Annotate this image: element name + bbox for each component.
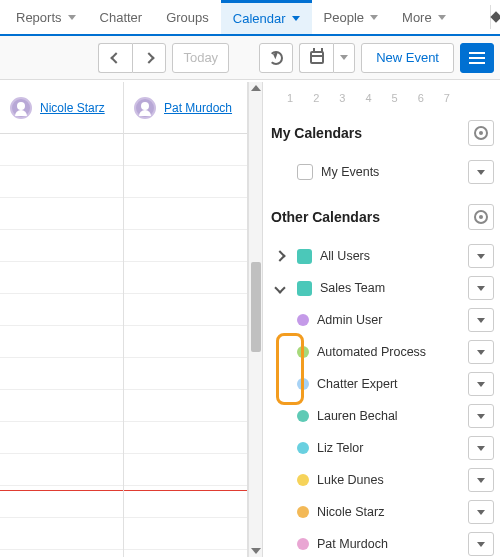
chevron-down-icon xyxy=(438,15,446,20)
column-owner-link[interactable]: Pat Murdoch xyxy=(164,101,232,115)
member-menu[interactable] xyxy=(468,340,494,364)
my-calendars-heading: My Calendars xyxy=(271,125,362,141)
calendar-member-row: Luke Dunes xyxy=(271,464,494,496)
color-dot xyxy=(297,442,309,454)
calendars-panel: 1234567 My Calendars My Events Other Cal… xyxy=(263,82,500,557)
calendar-member-row: Nicole Starz xyxy=(271,496,494,528)
member-label: Nicole Starz xyxy=(317,505,460,519)
view-picker-chevron[interactable] xyxy=(333,43,355,73)
color-dot xyxy=(297,474,309,486)
color-dot xyxy=(297,538,309,550)
current-time-line xyxy=(124,490,247,491)
grid-column: Pat Murdoch xyxy=(124,82,248,557)
other-calendars-list: All UsersSales Team xyxy=(271,240,494,304)
my-calendars-settings-button[interactable] xyxy=(468,120,494,146)
member-label: Chatter Expert xyxy=(317,377,460,391)
chevron-down-icon xyxy=(292,16,300,21)
chevron-down-icon xyxy=(68,15,76,20)
calendar-member-row: Admin User xyxy=(271,304,494,336)
chevron-down-icon xyxy=(370,15,378,20)
refresh-button[interactable] xyxy=(259,43,293,73)
calendar-group-row: All Users xyxy=(271,240,494,272)
new-event-button[interactable]: New Event xyxy=(361,43,454,73)
chevron-right-icon xyxy=(274,250,285,261)
view-picker-button[interactable] xyxy=(299,43,333,73)
color-dot xyxy=(297,378,309,390)
calendar-toolbar: Today New Event xyxy=(0,36,500,80)
tab-reports[interactable]: Reports xyxy=(4,0,88,34)
avatar xyxy=(134,97,156,119)
calendar-member-row: Liz Telor xyxy=(271,432,494,464)
color-dot xyxy=(297,506,309,518)
member-label: Pat Murdoch xyxy=(317,537,460,551)
time-slots[interactable] xyxy=(124,134,247,557)
color-swatch xyxy=(297,249,312,264)
tab-people[interactable]: People xyxy=(312,0,390,34)
member-label: Liz Telor xyxy=(317,441,460,455)
side-panel-toggle[interactable] xyxy=(460,43,494,73)
group-label: All Users xyxy=(320,249,460,263)
calendar-member-row: Chatter Expert xyxy=(271,368,494,400)
group-menu[interactable] xyxy=(468,244,494,268)
column-owner-link[interactable]: Nicole Starz xyxy=(40,101,105,115)
time-slots[interactable] xyxy=(0,134,123,557)
member-label: Lauren Bechal xyxy=(317,409,460,423)
current-time-line xyxy=(0,490,123,491)
calendar-grid: Nicole Starz Pat Murdoch xyxy=(0,82,263,557)
color-dot xyxy=(297,314,309,326)
color-dot xyxy=(297,346,309,358)
member-menu[interactable] xyxy=(468,532,494,556)
tab-calendar[interactable]: Calendar xyxy=(221,0,312,34)
member-label: Admin User xyxy=(317,313,460,327)
expand-toggle[interactable] xyxy=(271,252,289,260)
member-menu[interactable] xyxy=(468,372,494,396)
edit-nav-button[interactable] xyxy=(490,5,500,29)
mini-day-numbers: 1234567 xyxy=(271,90,494,116)
calendar-group-row: Sales Team xyxy=(271,272,494,304)
member-menu[interactable] xyxy=(468,308,494,332)
calendar-member-row: Lauren Bechal xyxy=(271,400,494,432)
tab-chatter[interactable]: Chatter xyxy=(88,0,155,34)
grid-column: Nicole Starz xyxy=(0,82,124,557)
tab-groups[interactable]: Groups xyxy=(154,0,221,34)
other-calendars-heading: Other Calendars xyxy=(271,209,380,225)
my-events-menu[interactable] xyxy=(468,160,494,184)
member-menu[interactable] xyxy=(468,436,494,460)
my-events-checkbox[interactable] xyxy=(297,164,313,180)
avatar xyxy=(10,97,32,119)
member-menu[interactable] xyxy=(468,468,494,492)
gear-icon xyxy=(474,126,488,140)
today-button[interactable]: Today xyxy=(172,43,229,73)
expand-toggle[interactable] xyxy=(271,284,289,292)
group-menu[interactable] xyxy=(468,276,494,300)
group-members-list: Admin UserAutomated ProcessChatter Exper… xyxy=(271,304,494,557)
tab-more[interactable]: More xyxy=(390,0,458,34)
group-label: Sales Team xyxy=(320,281,460,295)
chevron-down-icon xyxy=(274,282,285,293)
my-events-label: My Events xyxy=(321,165,460,179)
vertical-scrollbar[interactable] xyxy=(248,82,262,557)
prev-button[interactable] xyxy=(98,43,132,73)
color-dot xyxy=(297,410,309,422)
member-menu[interactable] xyxy=(468,404,494,428)
calendar-member-row: Automated Process xyxy=(271,336,494,368)
member-label: Luke Dunes xyxy=(317,473,460,487)
next-button[interactable] xyxy=(132,43,166,73)
top-tabbar: ReportsChatterGroupsCalendarPeopleMore xyxy=(0,0,500,36)
color-swatch xyxy=(297,281,312,296)
gear-icon xyxy=(474,210,488,224)
scrollbar-thumb[interactable] xyxy=(251,262,261,352)
member-label: Automated Process xyxy=(317,345,460,359)
other-calendars-settings-button[interactable] xyxy=(468,204,494,230)
member-menu[interactable] xyxy=(468,500,494,524)
calendar-member-row: Pat Murdoch xyxy=(271,528,494,557)
